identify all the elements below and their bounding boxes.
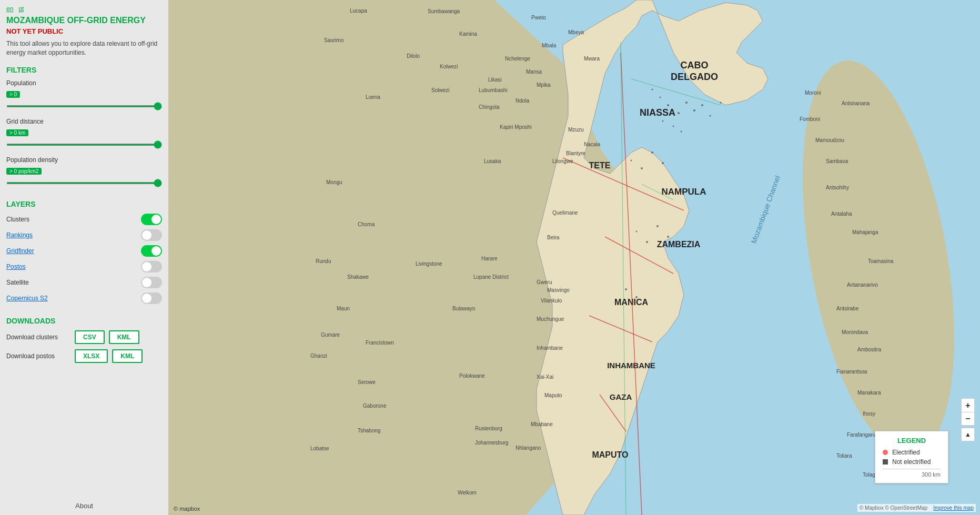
svg-text:DELGADO: DELGADO <box>671 72 718 82</box>
svg-point-43 <box>635 296 638 298</box>
app-status: NOT YET PUBLIC <box>6 27 162 35</box>
legend-electrified: Electrified <box>883 449 941 456</box>
svg-text:Mpika: Mpika <box>537 82 551 88</box>
svg-point-30 <box>652 89 653 90</box>
svg-text:Francistown: Francistown <box>366 340 394 346</box>
svg-text:Toamasina: Toamasina <box>868 258 894 264</box>
layer-row-clusters: Clusters <box>6 214 162 225</box>
svg-text:Polokwane: Polokwane <box>459 373 485 379</box>
sidebar: en pt MOZAMBIQUE OFF-GRID ENERGY NOT YET… <box>0 0 168 515</box>
svg-text:Rundu: Rundu <box>316 258 331 264</box>
grid-distance-label: Grid distance <box>6 118 162 125</box>
grid-distance-slider[interactable] <box>6 144 162 146</box>
population-slider[interactable] <box>6 105 162 107</box>
svg-text:Solwezi: Solwezi <box>431 87 449 93</box>
map-controls: + − ▲ <box>961 398 975 441</box>
svg-text:Bulawayo: Bulawayo <box>452 306 476 311</box>
layer-copernicus-label[interactable]: Copernicus S2 <box>6 295 48 302</box>
svg-text:Blantyre: Blantyre <box>566 150 585 156</box>
svg-text:Ghanzi: Ghanzi <box>310 353 327 359</box>
svg-text:Lobatse: Lobatse <box>310 446 329 451</box>
zoom-out-button[interactable]: − <box>961 412 975 426</box>
grid-distance-filter: > 0 km <box>6 127 162 148</box>
svg-point-33 <box>681 131 682 133</box>
layer-rankings-label[interactable]: Rankings <box>6 231 33 239</box>
map-container[interactable]: CABO DELGADO NIASSA TETE NAMPULA ZAMBEZI… <box>168 0 980 515</box>
about-link[interactable]: About <box>6 491 162 510</box>
attribution-text: © Mapbox © OpenStreetMap <box>860 505 927 511</box>
svg-text:Kamina: Kamina <box>459 31 477 37</box>
svg-text:Lilongwe: Lilongwe <box>552 158 573 164</box>
svg-text:NAMPULA: NAMPULA <box>662 187 706 197</box>
language-bar: en pt <box>6 5 162 13</box>
svg-point-26 <box>701 104 703 106</box>
compass-button[interactable]: ▲ <box>961 428 975 441</box>
svg-text:Gweru: Gweru <box>537 279 552 285</box>
svg-text:Mbeya: Mbeya <box>568 29 584 35</box>
svg-text:Ihosy: Ihosy <box>863 411 875 417</box>
svg-text:Morondava: Morondava <box>842 329 868 335</box>
svg-text:Maun: Maun <box>337 306 350 311</box>
lang-en[interactable]: en <box>6 5 13 13</box>
svg-text:Lucapa: Lucapa <box>350 8 367 14</box>
svg-text:Saurimo: Saurimo <box>324 37 344 43</box>
layer-gridfinder-toggle[interactable] <box>141 245 162 257</box>
svg-text:Farafangana: Farafangana <box>847 432 877 438</box>
layer-postos-label[interactable]: Postos <box>6 263 26 270</box>
svg-point-35 <box>662 162 664 164</box>
download-clusters-row: Download clusters CSV KML <box>6 330 162 344</box>
svg-text:Fomboni: Fomboni <box>800 116 820 122</box>
layer-gridfinder-label[interactable]: Gridfinder <box>6 247 34 255</box>
svg-text:MANICA: MANICA <box>614 298 648 307</box>
svg-text:Vilankulo: Vilankulo <box>541 298 562 304</box>
svg-text:Tshabong: Tshabong <box>358 428 380 433</box>
population-label: Population <box>6 79 162 87</box>
svg-text:Chingola: Chingola <box>479 104 500 110</box>
layer-clusters-toggle[interactable] <box>141 214 162 225</box>
svg-text:Welkom: Welkom <box>458 490 477 496</box>
layer-satellite-toggle[interactable] <box>141 277 162 288</box>
download-clusters-kml[interactable]: KML <box>109 330 139 344</box>
downloads-section: DOWNLOADS Download clusters CSV KML Down… <box>6 317 162 368</box>
svg-text:Mansa: Mansa <box>526 69 542 75</box>
svg-point-29 <box>720 102 722 104</box>
download-clusters-csv[interactable]: CSV <box>75 330 105 344</box>
downloads-section-title: DOWNLOADS <box>6 317 162 325</box>
svg-text:Mamoudzou: Mamoudzou <box>815 137 844 143</box>
population-badge: > 0 <box>6 91 20 98</box>
pop-density-slider[interactable] <box>6 182 162 184</box>
layers-section: LAYERS Clusters Rankings Gridfinder Post… <box>6 200 162 308</box>
layer-row-postos: Postos <box>6 261 162 272</box>
svg-text:Rustenburg: Rustenburg <box>475 426 502 431</box>
not-electrified-dot <box>883 459 888 464</box>
svg-text:Antsiranana: Antsiranana <box>842 100 870 106</box>
svg-text:Masvingo: Masvingo <box>547 287 570 293</box>
filters-section-title: FILTERS <box>6 66 162 74</box>
svg-text:Quelimane: Quelimane <box>552 210 578 216</box>
svg-text:Gumare: Gumare <box>321 332 340 338</box>
svg-text:Choma: Choma <box>358 221 375 227</box>
svg-text:Beira: Beira <box>547 235 560 240</box>
svg-point-31 <box>660 97 661 98</box>
download-postos-xlsx[interactable]: XLSX <box>75 349 108 363</box>
svg-text:Likasi: Likasi <box>488 77 502 83</box>
improve-map-link[interactable]: Improve this map <box>933 505 974 511</box>
not-electrified-label: Not electrified <box>892 458 931 466</box>
svg-text:Sumbawanga: Sumbawanga <box>428 8 460 14</box>
download-postos-kml[interactable]: KML <box>112 349 143 363</box>
lang-pt[interactable]: pt <box>18 5 24 13</box>
svg-point-27 <box>662 120 664 122</box>
layer-copernicus-toggle[interactable] <box>141 292 162 304</box>
svg-text:Maputo: Maputo <box>544 392 562 398</box>
zoom-in-button[interactable]: + <box>961 398 975 412</box>
svg-text:Lusaka: Lusaka <box>484 158 501 164</box>
svg-text:Ambositra: Ambositra <box>857 347 881 352</box>
svg-text:Mbala: Mbala <box>542 43 557 48</box>
svg-text:Fianarantsoa: Fianarantsoa <box>836 369 867 375</box>
svg-text:Mbabane: Mbabane <box>531 421 553 427</box>
svg-text:Kapiri Mposhi: Kapiri Mposhi <box>500 124 532 130</box>
svg-text:Shakawe: Shakawe <box>347 274 369 280</box>
layer-rankings-toggle[interactable] <box>141 229 162 241</box>
svg-point-23 <box>678 112 680 114</box>
layer-postos-toggle[interactable] <box>141 261 162 272</box>
